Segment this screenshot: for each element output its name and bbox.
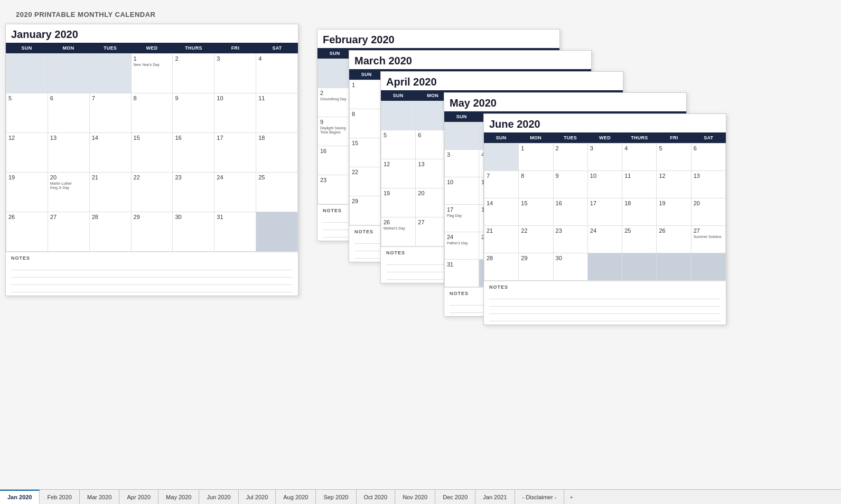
table-row: 3 — [445, 150, 479, 177]
table-row: 25 — [256, 173, 298, 212]
tab-jan-2021[interactable]: Jan 2021 — [475, 490, 515, 504]
mar-title: March 2020 — [349, 51, 591, 69]
table-row: 3 — [214, 54, 256, 93]
table-row: 23 — [173, 173, 214, 212]
table-row: 18 — [622, 198, 657, 226]
table-row: 22 — [132, 173, 173, 212]
tab-oct-2020[interactable]: Oct 2020 — [357, 490, 396, 504]
table-row: 29 — [350, 196, 384, 225]
table-row: 13 — [692, 171, 726, 198]
table-row: 30 — [173, 212, 214, 252]
tab-jan-2020[interactable]: Jan 2020 — [0, 490, 40, 504]
table-row: 23 — [318, 175, 352, 204]
tab-sep-2020[interactable]: Sep 2020 — [316, 490, 356, 504]
table-row — [90, 54, 132, 93]
table-row: 19 — [381, 188, 416, 217]
tab-mar-2020[interactable]: Mar 2020 — [80, 490, 119, 504]
january-calendar: January 2020 SUN MON TUES WED THURS FRI … — [5, 24, 298, 296]
tab-dec-2020[interactable]: Dec 2020 — [435, 490, 475, 504]
table-row: 15 — [132, 133, 173, 173]
table-row: 11 — [622, 171, 657, 198]
jan-title: January 2020 — [6, 24, 298, 43]
tab-apr-2020[interactable]: Apr 2020 — [119, 490, 158, 504]
table-row: 29 — [519, 253, 553, 281]
table-row: 10 — [588, 171, 622, 198]
tab-may-2020[interactable]: May 2020 — [158, 490, 199, 504]
tab-add-button[interactable]: + — [564, 490, 578, 504]
may-title: May 2020 — [444, 93, 686, 111]
table-row: 27Summer Solstice — [692, 226, 726, 253]
jan-header-fri: FRI — [214, 43, 256, 53]
table-row: 13 — [48, 133, 90, 173]
table-row: 16 — [318, 146, 352, 175]
table-row: 17 — [214, 133, 256, 173]
table-row: 19 — [657, 198, 691, 226]
table-row: 23 — [554, 226, 588, 253]
jan-header-sat: SAT — [256, 43, 298, 53]
table-row: 17Flag Day — [445, 205, 479, 232]
table-row: 28 — [90, 212, 132, 252]
table-row: 8 — [132, 93, 173, 133]
table-row: 8 — [350, 109, 384, 138]
table-row: 9 — [173, 93, 214, 133]
table-row: 14 — [484, 198, 519, 226]
table-row: 28 — [484, 253, 519, 281]
table-row: 7 — [484, 171, 519, 198]
table-row: 5 — [657, 144, 691, 171]
tab-feb-2020[interactable]: Feb 2020 — [40, 490, 79, 504]
feb-title: February 2020 — [317, 30, 559, 48]
tab-jun-2020[interactable]: Jun 2020 — [199, 490, 238, 504]
table-row: 26 — [657, 226, 691, 253]
table-row — [692, 253, 726, 281]
table-row: 5 — [6, 93, 48, 133]
table-row: 12 — [381, 159, 416, 188]
jan-grid: 1 New Year's Day 2 3 4 5 6 7 8 9 10 11 1… — [6, 53, 298, 252]
table-row: 2Groundhog Day — [318, 88, 352, 117]
table-row: 21 — [484, 226, 519, 253]
jun-header: SUN MON TUES WED THURS FRI SAT — [484, 132, 726, 143]
table-row: 29 — [132, 212, 173, 252]
jan-notes: NOTES — [6, 252, 298, 296]
table-row: 4 — [256, 54, 298, 93]
table-row — [256, 212, 298, 252]
table-row: 11 — [256, 93, 298, 133]
main-area: 2020 PRINTABLE MONTHLY CALENDAR January … — [0, 0, 841, 489]
table-row: 24Father's Day — [445, 232, 479, 260]
tab-disclaimer[interactable]: - Disclaimer - — [515, 490, 565, 504]
table-row: 30 — [554, 253, 588, 281]
tab-aug-2020[interactable]: Aug 2020 — [276, 490, 316, 504]
table-row: 15 — [350, 138, 384, 167]
jan-header-thu: THURS — [173, 43, 214, 53]
table-row: 1 — [350, 80, 384, 109]
table-row — [657, 253, 691, 281]
table-row: 1 — [519, 144, 553, 171]
table-row: 31 — [445, 260, 479, 287]
jun-notes: NOTES — [484, 281, 726, 325]
apr-title: April 2020 — [381, 72, 623, 90]
table-row: 15 — [519, 198, 553, 226]
tab-bar: Jan 2020 Feb 2020 Mar 2020 Apr 2020 May … — [0, 489, 841, 504]
table-row: 14 — [90, 133, 132, 173]
table-row: 10 — [445, 177, 479, 205]
page-title: 2020 PRINTABLE MONTHLY CALENDAR — [16, 11, 825, 18]
table-row: 21 — [90, 173, 132, 212]
table-row: 10 — [214, 93, 256, 133]
table-row — [588, 253, 622, 281]
table-row: 4 — [622, 144, 657, 171]
table-row — [6, 54, 48, 93]
tab-nov-2020[interactable]: Nov 2020 — [395, 490, 435, 504]
table-row: 16 — [173, 133, 214, 173]
jan-notes-label: NOTES — [11, 255, 293, 261]
table-row — [48, 54, 90, 93]
table-row: 17 — [588, 198, 622, 226]
table-row: 16 — [554, 198, 588, 226]
jun-grid: 1 2 3 4 5 6 7 8 9 10 11 12 13 14 15 16 1… — [484, 143, 726, 281]
table-row: 6 — [48, 93, 90, 133]
table-row: 31 — [214, 212, 256, 252]
app-container: 2020 PRINTABLE MONTHLY CALENDAR January … — [0, 0, 841, 504]
table-row: 24 — [214, 173, 256, 212]
table-row: 26 — [6, 212, 48, 252]
tab-jul-2020[interactable]: Jul 2020 — [239, 490, 276, 504]
table-row: 20 — [692, 198, 726, 226]
jan-header-sun: SUN — [6, 43, 48, 53]
